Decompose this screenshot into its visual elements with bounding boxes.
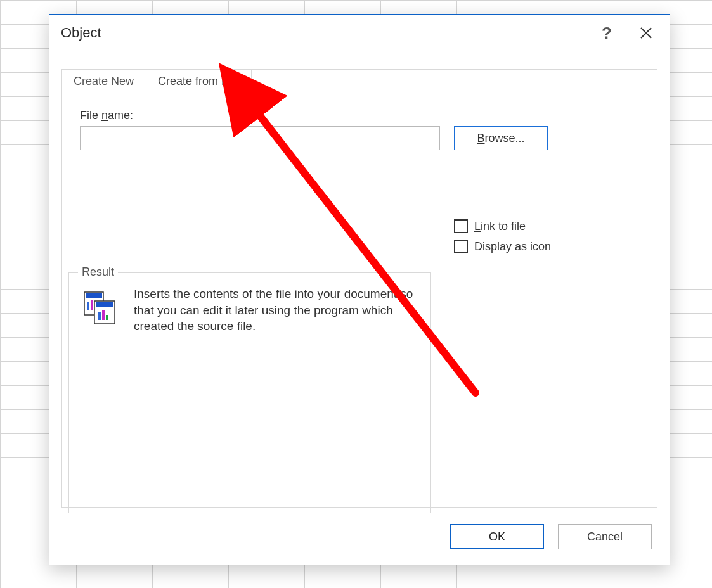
result-description: Inserts the contents of the file into yo…	[134, 286, 419, 335]
tab-create-new[interactable]: Create New	[61, 69, 146, 95]
dialog-footer: OK Cancel	[450, 524, 652, 549]
display-as-icon-checkbox[interactable]: Display as icon	[454, 240, 551, 253]
filename-label: File name:	[80, 109, 639, 122]
tabstrip: Create New Create from File	[61, 69, 252, 94]
filename-row: Browse...	[80, 126, 639, 150]
result-legend: Result	[78, 265, 118, 279]
display-as-icon-label: Display as icon	[474, 240, 551, 253]
help-button[interactable]: ?	[587, 16, 626, 49]
close-button[interactable]	[626, 16, 666, 49]
svg-rect-5	[91, 300, 93, 310]
svg-rect-10	[102, 310, 105, 320]
checkbox-box-icon	[454, 219, 468, 233]
titlebar: Object ?	[49, 15, 670, 51]
checkbox-group: Link to file Display as icon	[454, 219, 551, 253]
embedded-document-icon	[81, 290, 117, 326]
svg-rect-8	[96, 302, 113, 307]
checkbox-box-icon	[454, 240, 468, 253]
svg-rect-4	[87, 302, 89, 310]
svg-rect-3	[86, 293, 102, 298]
close-icon	[640, 27, 652, 39]
svg-rect-11	[106, 315, 108, 320]
tab-create-from-file[interactable]: Create from File	[146, 69, 252, 95]
browse-button[interactable]: Browse...	[454, 126, 548, 150]
result-group: Result	[68, 272, 431, 513]
tab-content-create-from-file: File name: Browse... Link to file	[62, 93, 657, 507]
link-to-file-checkbox[interactable]: Link to file	[454, 219, 551, 233]
dialog-title: Object	[61, 25, 587, 41]
dialog-frame: Object ? File name: Browse...	[49, 14, 670, 565]
object-dialog: Object ? File name: Browse...	[49, 14, 670, 565]
link-to-file-label: Link to file	[474, 220, 526, 233]
filename-input[interactable]	[80, 126, 440, 150]
cancel-button[interactable]: Cancel	[558, 524, 652, 549]
tab-panel: File name: Browse... Link to file	[61, 69, 657, 508]
svg-rect-9	[98, 312, 101, 320]
ok-button[interactable]: OK	[450, 524, 544, 549]
result-body: Inserts the contents of the file into yo…	[81, 286, 419, 335]
